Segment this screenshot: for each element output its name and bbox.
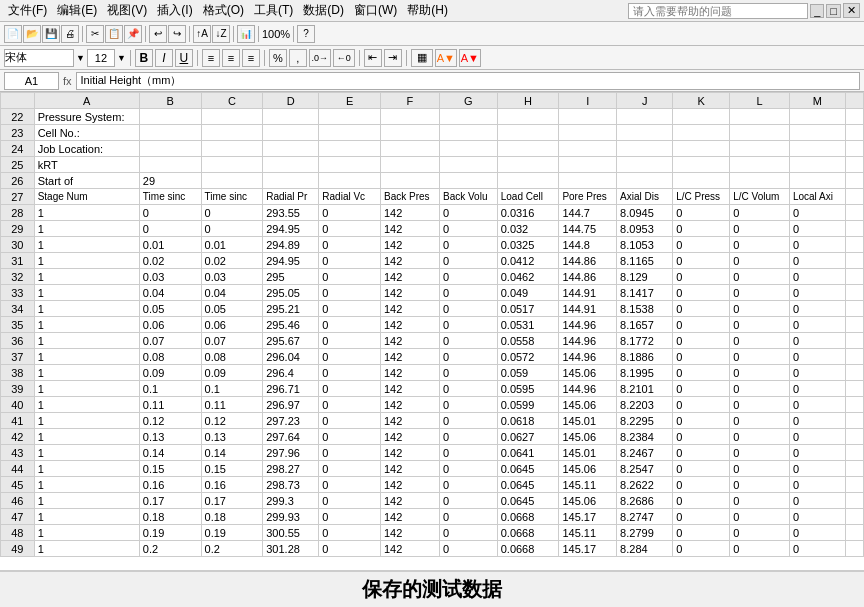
cell[interactable]: 0: [439, 221, 497, 237]
cell[interactable]: 297.96: [263, 445, 319, 461]
cell[interactable]: 144.96: [559, 317, 617, 333]
indent-button[interactable]: ⇤: [364, 49, 382, 67]
cell[interactable]: 0: [673, 525, 730, 541]
cell[interactable]: 295.46: [263, 317, 319, 333]
cell[interactable]: [201, 125, 263, 141]
cell[interactable]: 0: [319, 381, 381, 397]
font-color-button[interactable]: A▼: [459, 49, 481, 67]
cell[interactable]: Local Axi: [789, 189, 845, 205]
cell-extra[interactable]: [845, 541, 863, 557]
cell[interactable]: 297.64: [263, 429, 319, 445]
cell[interactable]: 1: [34, 429, 139, 445]
menu-insert[interactable]: 插入(I): [153, 1, 196, 20]
cell[interactable]: 0: [789, 237, 845, 253]
cell[interactable]: 145.06: [559, 493, 617, 509]
cell[interactable]: 0: [789, 253, 845, 269]
cell[interactable]: 0: [730, 253, 790, 269]
cell[interactable]: 1: [34, 541, 139, 557]
cell[interactable]: [789, 109, 845, 125]
cell[interactable]: 145.01: [559, 445, 617, 461]
cell[interactable]: 0: [730, 477, 790, 493]
row-number[interactable]: 44: [1, 461, 35, 477]
cell[interactable]: 0.04: [201, 285, 263, 301]
cell[interactable]: 142: [381, 541, 440, 557]
cell[interactable]: 0: [730, 285, 790, 301]
cell[interactable]: 0: [319, 253, 381, 269]
col-header-L[interactable]: L: [730, 93, 790, 109]
cell[interactable]: 0.15: [139, 461, 201, 477]
cell[interactable]: 0: [139, 221, 201, 237]
cell-extra[interactable]: [845, 445, 863, 461]
cell-extra[interactable]: [845, 253, 863, 269]
cell[interactable]: 142: [381, 269, 440, 285]
cell-extra[interactable]: [845, 269, 863, 285]
sort-asc-button[interactable]: ↑A: [193, 25, 211, 43]
underline-button[interactable]: U: [175, 49, 193, 67]
cell[interactable]: 8.129: [617, 269, 673, 285]
cell[interactable]: 8.0945: [617, 205, 673, 221]
cell[interactable]: 0: [789, 461, 845, 477]
cell[interactable]: 0: [730, 461, 790, 477]
cell[interactable]: 0: [319, 397, 381, 413]
cell[interactable]: 0: [730, 381, 790, 397]
cell[interactable]: 0: [439, 317, 497, 333]
cell[interactable]: Time sinc: [201, 189, 263, 205]
outdent-button[interactable]: ⇥: [384, 49, 402, 67]
cell[interactable]: 8.2686: [617, 493, 673, 509]
cell[interactable]: Cell No.:: [34, 125, 139, 141]
row-number[interactable]: 32: [1, 269, 35, 285]
cell[interactable]: 294.89: [263, 237, 319, 253]
cell[interactable]: 0: [789, 429, 845, 445]
cell[interactable]: [381, 125, 440, 141]
cell[interactable]: [789, 125, 845, 141]
cell-extra[interactable]: [845, 381, 863, 397]
cell[interactable]: 0: [439, 205, 497, 221]
cell[interactable]: 0: [319, 525, 381, 541]
cell[interactable]: 0.03: [201, 269, 263, 285]
cell[interactable]: 0: [789, 317, 845, 333]
cell[interactable]: 0: [789, 493, 845, 509]
cell[interactable]: 144.7: [559, 205, 617, 221]
cell[interactable]: [617, 173, 673, 189]
cell[interactable]: L/C Volum: [730, 189, 790, 205]
cell[interactable]: [319, 125, 381, 141]
cell[interactable]: 0: [319, 205, 381, 221]
cell-extra[interactable]: [845, 141, 863, 157]
col-header-M[interactable]: M: [789, 93, 845, 109]
close-icon[interactable]: ✕: [843, 3, 860, 18]
cell[interactable]: 0: [730, 269, 790, 285]
row-number[interactable]: 30: [1, 237, 35, 253]
cell[interactable]: 0: [789, 541, 845, 557]
cell[interactable]: 0: [673, 285, 730, 301]
cell[interactable]: 299.93: [263, 509, 319, 525]
cell[interactable]: 0.032: [497, 221, 559, 237]
menu-tools[interactable]: 工具(T): [250, 1, 297, 20]
cell[interactable]: 1: [34, 365, 139, 381]
cell[interactable]: 0: [673, 397, 730, 413]
cell[interactable]: [497, 141, 559, 157]
cell[interactable]: 0: [730, 429, 790, 445]
cell[interactable]: 295: [263, 269, 319, 285]
cell[interactable]: 0.06: [139, 317, 201, 333]
cell[interactable]: [789, 173, 845, 189]
cell[interactable]: 0.19: [201, 525, 263, 541]
cell[interactable]: 299.3: [263, 493, 319, 509]
cell[interactable]: 142: [381, 525, 440, 541]
cell-extra[interactable]: [845, 237, 863, 253]
cell[interactable]: 0.0517: [497, 301, 559, 317]
cell[interactable]: [381, 109, 440, 125]
cell[interactable]: [139, 157, 201, 173]
cell-extra[interactable]: [845, 109, 863, 125]
help-icon-button[interactable]: ?: [297, 25, 315, 43]
cell[interactable]: 0: [319, 285, 381, 301]
cell[interactable]: 145.06: [559, 429, 617, 445]
redo-button[interactable]: ↪: [168, 25, 186, 43]
cell[interactable]: [617, 125, 673, 141]
cell[interactable]: [319, 109, 381, 125]
cell[interactable]: 0: [673, 413, 730, 429]
cell[interactable]: 0: [439, 461, 497, 477]
cell[interactable]: [559, 157, 617, 173]
cell[interactable]: 8.1053: [617, 237, 673, 253]
cell[interactable]: 0.0325: [497, 237, 559, 253]
cell[interactable]: 142: [381, 285, 440, 301]
